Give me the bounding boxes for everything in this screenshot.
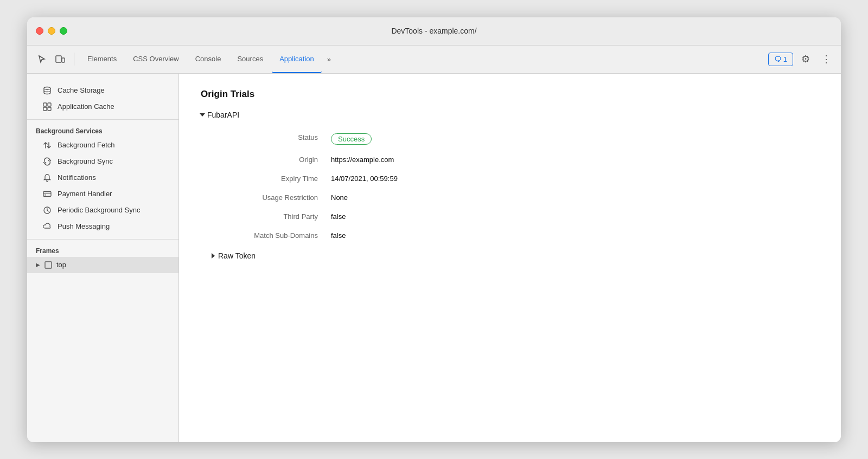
sidebar-item-application-cache[interactable]: Application Cache [27,99,178,115]
message-icon: 🗨 [774,55,781,63]
title-bar: DevTools - example.com/ [27,17,841,46]
minimize-button[interactable] [48,27,55,35]
window-title: DevTools - example.com/ [391,27,476,35]
frames-header: Frames [27,244,178,257]
sidebar-item-background-fetch[interactable]: Background Fetch [27,137,178,153]
cursor-icon [37,55,46,63]
frame-icon [43,260,53,270]
frames-section: Frames ▶ top [27,240,178,277]
detail-table: Status Success Origin https://example.co… [212,128,830,245]
cloud-icon [42,222,52,231]
sidebar-item-notifications[interactable]: Notifications [27,170,178,186]
settings-btn[interactable]: ⚙ [797,51,814,67]
expand-icon [200,113,205,117]
svg-rect-11 [45,262,52,268]
sidebar-item-payment-handler[interactable]: Payment Handler [27,186,178,202]
sidebar-item-top[interactable]: ▶ top [27,257,178,273]
device-icon [55,54,65,64]
content-area: Origin Trials FubarAPI Status Success [179,74,841,442]
close-button[interactable] [36,27,43,35]
gear-icon: ⚙ [801,53,810,65]
detail-label-usage: Usage Restriction [212,188,331,207]
detail-label-third-party: Third Party [212,207,331,226]
svg-rect-0 [56,56,61,62]
detail-row-subdomains: Match Sub-Domains false [212,226,830,245]
sidebar: Cache Storage Application Cache [27,74,179,442]
cursor-icon-btn[interactable] [34,51,50,67]
raw-token-expand-icon [212,253,215,258]
badge-count: 1 [783,55,787,63]
bell-icon [42,173,52,183]
devtools-window: DevTools - example.com/ Elements CSS Ove… [27,17,841,442]
top-frame-label: top [56,261,66,269]
page-title: Origin Trials [201,89,819,100]
toolbar-tabs: Elements CSS Overview Console Sources Ap… [80,45,766,73]
tab-console[interactable]: Console [188,45,229,73]
svg-rect-7 [43,191,51,196]
bg-services-header: Background Services [27,124,178,137]
notifications-label: Notifications [58,173,96,182]
detail-value-third-party: false [331,207,830,226]
svg-rect-3 [43,103,47,106]
api-entry-fubarapi: FubarAPI Status Success Origin https://e… [201,111,819,260]
grid-icon [42,102,52,112]
sidebar-item-background-sync[interactable]: Background Sync [27,153,178,170]
bg-sync-label: Background Sync [58,157,113,165]
status-badge: Success [331,133,372,145]
detail-row-usage: Usage Restriction None [212,188,830,207]
detail-row-expiry: Expiry Time 14/07/2021, 00:59:59 [212,169,830,188]
push-messaging-label: Push Messaging [58,222,110,230]
more-tabs-btn[interactable]: » [323,52,335,67]
detail-value-origin: https://example.com [331,150,830,169]
bg-fetch-label: Background Fetch [58,141,115,149]
api-toggle-row[interactable]: FubarAPI [201,111,819,119]
svg-rect-6 [48,107,51,111]
arrows-updown-icon [42,140,52,150]
storage-section: Cache Storage Application Cache [27,78,178,120]
background-services-section: Background Services Background Fetch [27,120,178,240]
detail-label-status: Status [212,128,331,150]
detail-value-status: Success [331,128,830,150]
periodic-bg-sync-label: Periodic Background Sync [58,206,140,214]
tab-application[interactable]: Application [272,45,322,73]
detail-value-subdomains: false [331,226,830,245]
toolbar: Elements CSS Overview Console Sources Ap… [27,46,841,74]
detail-row-third-party: Third Party false [212,207,830,226]
toolbar-right: 🗨 1 ⚙ ⋮ [768,51,834,67]
sidebar-item-push-messaging[interactable]: Push Messaging [27,218,178,235]
device-toggle-btn[interactable] [52,51,68,67]
raw-token-label: Raw Token [218,251,256,260]
toolbar-divider [74,53,74,66]
more-options-btn[interactable]: ⋮ [818,51,834,67]
sidebar-item-cache-storage[interactable]: Cache Storage [27,82,178,99]
detail-value-expiry: 14/07/2021, 00:59:59 [331,169,830,188]
api-name: FubarAPI [207,111,239,119]
detail-row-status: Status Success [212,128,830,150]
vertical-dots-icon: ⋮ [821,53,831,65]
tab-css-overview[interactable]: CSS Overview [125,45,187,73]
svg-rect-9 [44,195,46,196]
traffic-lights [36,27,67,35]
application-cache-label: Application Cache [58,102,114,111]
svg-point-2 [44,87,50,89]
svg-rect-4 [48,103,51,106]
clock-icon [42,205,52,215]
cache-storage-label: Cache Storage [58,86,105,94]
main-layout: Cache Storage Application Cache [27,74,841,442]
maximize-button[interactable] [60,27,67,35]
database-icon [42,86,52,95]
sync-icon [42,157,52,166]
detail-value-usage: None [331,188,830,207]
detail-row-origin: Origin https://example.com [212,150,830,169]
sidebar-item-periodic-bg-sync[interactable]: Periodic Background Sync [27,202,178,218]
svg-rect-1 [62,58,65,62]
triangle-right-icon: ▶ [36,262,40,268]
tab-elements[interactable]: Elements [80,45,124,73]
detail-label-expiry: Expiry Time [212,169,331,188]
detail-label-subdomains: Match Sub-Domains [212,226,331,245]
messages-badge-btn[interactable]: 🗨 1 [768,53,793,66]
raw-token-toggle[interactable]: Raw Token [212,251,819,260]
detail-label-origin: Origin [212,150,331,169]
svg-rect-5 [43,107,47,111]
tab-sources[interactable]: Sources [229,45,271,73]
